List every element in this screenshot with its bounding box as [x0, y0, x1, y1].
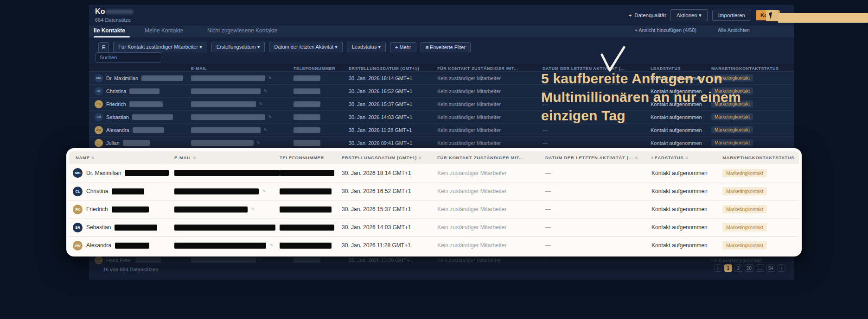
tab-meine-kontakte[interactable]: Meine Kontakte: [145, 27, 183, 34]
col-phone[interactable]: TELEFONNUMMER: [294, 66, 349, 71]
redaction-bar: [191, 127, 261, 133]
page: Ko 664 Datensätze ✦ Datenqualität Aktion…: [0, 0, 868, 319]
redaction-bar: [133, 127, 164, 133]
filter-created[interactable]: Erstellungsdatum ▾: [211, 42, 265, 52]
header-actions: ✦ Datenqualität Aktionen ▾ Importieren K…: [628, 9, 780, 21]
avatar: FK: [73, 205, 83, 214]
pagination-page[interactable]: 54: [766, 264, 775, 272]
col-owner[interactable]: FÜR KONTAKT ZUSTÄNDIGER MIT...: [437, 155, 545, 160]
actions-dropdown-button[interactable]: Aktionen ▾: [670, 9, 708, 21]
avatar: CL: [73, 187, 83, 196]
avatar: MB: [95, 74, 103, 82]
redaction-bar: [129, 88, 160, 94]
table-row[interactable]: Julian ✎ 30. Jan. 2026 09:41 GMT+1 Kein …: [89, 136, 794, 149]
page-title: Ko: [95, 7, 133, 16]
redaction-bar: [294, 114, 320, 120]
add-view-button[interactable]: + Ansicht hinzufügen (4/50): [634, 27, 696, 33]
table-row[interactable]: AWAlexandra ✎ 30. Jan. 2026 11:28 GMT+1 …: [89, 123, 794, 136]
table-row[interactable]: CLChristina ✎ 30. Jan. 2026 16:52 GMT+1 …: [69, 182, 799, 200]
filter-bar: E Für Kontakt zuständiger Mitarbeiter ▾ …: [98, 42, 471, 52]
edit-icon[interactable]: ✎: [268, 115, 272, 119]
avatar: AW: [73, 241, 83, 250]
import-button[interactable]: Importieren: [712, 10, 751, 21]
pagination-page[interactable]: 20: [745, 264, 753, 272]
col-leadstatus[interactable]: LEADSTATUS⇅: [651, 155, 722, 160]
redaction-bar: [280, 206, 332, 213]
col-phone[interactable]: TELEFONNUMMER: [280, 155, 342, 160]
redaction-bar: [115, 243, 149, 249]
record-count: 664 Datensätze: [95, 17, 131, 23]
data-quality-button[interactable]: ✦ Datenqualität: [628, 13, 666, 18]
edit-icon[interactable]: ✎: [257, 141, 260, 145]
table-row[interactable]: FKFriedrich ✎ 30. Jan. 2026 15:37 GMT+1 …: [69, 200, 799, 218]
redaction-bar: [191, 114, 265, 120]
marketing-badge: Marketingkontakt: [711, 126, 753, 133]
panel-table-header: NAME⇅ E-MAIL⇅ TELEFONNUMMER ERSTELLUNGSD…: [69, 151, 799, 164]
marketing-badge: Marketingkontakt: [722, 187, 767, 195]
edit-icon[interactable]: ✎: [270, 243, 274, 248]
marketing-badge: Marketingkontakt: [722, 223, 767, 231]
avatar: MB: [73, 168, 83, 178]
pagination-ellipsis: …: [756, 264, 764, 272]
redaction-bar: [280, 243, 332, 249]
redaction-bar: [280, 170, 334, 176]
filter-last-activity[interactable]: Datum der letzten Aktivität ▾: [269, 42, 342, 52]
marketing-badge: Marketingkontakt: [722, 169, 767, 177]
redaction-bar: [129, 101, 163, 107]
redaction-bar: [294, 75, 320, 81]
filter-leadstatus[interactable]: Leadstatus ▾: [347, 42, 386, 52]
filter-owner[interactable]: Für Kontakt zuständiger Mitarbeiter ▾: [113, 42, 207, 52]
redaction-bar: [174, 170, 280, 176]
pagination-page[interactable]: 1: [724, 264, 732, 272]
col-email[interactable]: E-MAIL⇅: [174, 155, 280, 160]
col-email[interactable]: E-MAIL: [191, 66, 294, 71]
redaction-bar: [112, 206, 149, 213]
tab-alle-kontakte[interactable]: lle Kontakte: [94, 27, 125, 34]
edit-icon[interactable]: ✎: [264, 89, 267, 93]
table-row[interactable]: MBDr. Maximilian ✎ 30. Jan. 2026 18:14 G…: [69, 164, 799, 182]
edit-icon[interactable]: ✎: [259, 102, 262, 106]
edit-icon[interactable]: ✎: [259, 258, 262, 262]
avatar: AW: [95, 126, 103, 134]
tab-nicht-zugewiesene[interactable]: Nicht zugewiesene Kontakte: [207, 27, 277, 34]
search-input[interactable]: [96, 52, 161, 63]
col-created[interactable]: ERSTELLUNGSDATUM (GMT+1): [349, 66, 437, 71]
sparkle-icon: ✦: [628, 13, 632, 18]
edit-icon[interactable]: ✎: [262, 189, 266, 194]
edit-icon[interactable]: ✎: [268, 76, 272, 80]
redaction-bar: [294, 127, 320, 133]
sort-icon: ⇅: [193, 156, 196, 160]
avatar: [95, 139, 103, 147]
edit-icon[interactable]: ✎: [251, 207, 255, 212]
active-tab-underline: [94, 36, 130, 38]
pagination-page[interactable]: 2: [734, 264, 742, 272]
pagination: ‹ 1 2 20 … 54 ›: [714, 264, 785, 272]
redaction-bar: [191, 75, 265, 81]
sort-icon: ⇅: [418, 156, 421, 160]
table-row[interactable]: AWAlexandra ✎ 30. Jan. 2026 11:28 GMT+1 …: [69, 236, 799, 254]
marketing-badge: Marketingkontakt: [722, 205, 767, 213]
col-owner[interactable]: FÜR KONTAKT ZUSTÄNDIGER MIT...: [437, 66, 542, 71]
redaction-bar: [174, 225, 275, 231]
redaction-bar: [112, 188, 144, 194]
footer-record-count: 16 von 664 Datensätzen: [103, 267, 158, 272]
pagination-next[interactable]: ›: [778, 264, 785, 272]
pagination-prev[interactable]: ‹: [714, 264, 722, 272]
marketing-badge: Marketingkontakt: [722, 241, 767, 250]
all-views-button[interactable]: Alle Ansichten: [718, 27, 750, 33]
filter-chip-partial[interactable]: E: [98, 42, 109, 52]
table-row[interactable]: SRSebastian ✎ 30. Jan. 2026 14:03 GMT+1 …: [69, 218, 799, 236]
redaction-bar: [294, 88, 320, 94]
filter-icon: ≡: [426, 44, 428, 50]
col-marketing[interactable]: MARKETINGKONTAKTSTATUS: [722, 155, 799, 160]
zoomed-contacts-panel: NAME⇅ E-MAIL⇅ TELEFONNUMMER ERSTELLUNGSD…: [66, 148, 802, 256]
col-created[interactable]: ERSTELLUNGSDATUM (GMT+1)⇅: [342, 155, 437, 160]
edit-icon[interactable]: ✎: [264, 128, 267, 132]
col-name[interactable]: NAME⇅: [69, 155, 174, 160]
avatar: FK: [95, 100, 103, 108]
redaction-bar: [191, 88, 261, 94]
col-last-activity[interactable]: DATUM DER LETZTEN AKTIVITÄT (...⇅: [545, 155, 651, 160]
redaction-bar: [174, 188, 259, 194]
filter-more[interactable]: + Mehr: [390, 42, 416, 52]
advanced-filters-button[interactable]: ≡ Erweiterte Filter: [421, 42, 471, 52]
